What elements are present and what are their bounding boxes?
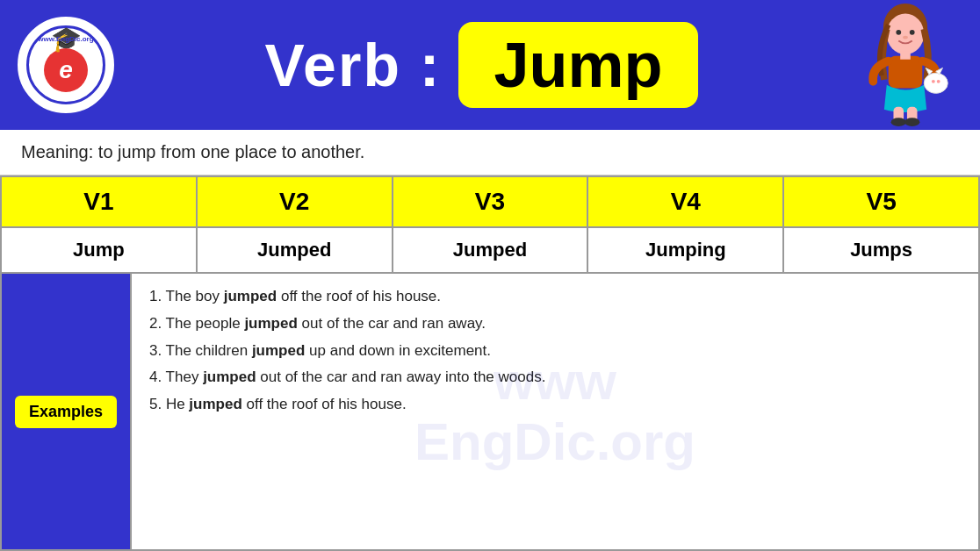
svg-rect-5 [889, 56, 923, 89]
watermark-text2: EngDic.org [414, 411, 695, 472]
col-v5: V5 [783, 176, 979, 227]
svg-point-15 [904, 118, 919, 126]
verb-table: V1 V2 V3 V4 V5 Jump Jumped Jumped Jumpin… [0, 175, 980, 274]
svg-point-1 [887, 14, 924, 54]
header: 🎓 www.EngDic.org e Verb : Jump [0, 0, 980, 130]
main-container: 🎓 www.EngDic.org e Verb : Jump [0, 0, 980, 551]
svg-point-3 [910, 30, 915, 35]
col-v1: V1 [1, 176, 197, 227]
svg-point-11 [937, 80, 940, 83]
svg-point-10 [932, 80, 935, 83]
logo: 🎓 www.EngDic.org e [18, 17, 114, 113]
col-v3: V3 [393, 176, 588, 227]
meaning-text: Meaning: to jump from one place to anoth… [21, 142, 364, 161]
jump-badge: Jump [458, 22, 697, 108]
logo-inner: 🎓 www.EngDic.org e [26, 25, 105, 104]
val-v2: Jumped [197, 227, 393, 273]
svg-point-4 [903, 36, 908, 39]
character-svg [853, 4, 958, 126]
jump-word: Jump [494, 29, 662, 101]
val-v5: Jumps [783, 227, 979, 273]
svg-point-14 [891, 118, 906, 126]
val-v3: Jumped [393, 227, 588, 273]
verb-label: Verb : [265, 31, 442, 99]
example-2: 2. The people jumped out of the car and … [149, 313, 961, 334]
example-1: 1. The boy jumped off the roof of his ho… [149, 286, 961, 307]
example-5: 5. He jumped off the roof of his house. [149, 394, 961, 415]
logo-top-text: www.EngDic.org [29, 35, 103, 43]
header-title: Verb : Jump [114, 22, 848, 108]
col-v2: V2 [197, 176, 393, 227]
example-3: 3. The children jumped up and down in ex… [149, 340, 961, 361]
table-header-row: V1 V2 V3 V4 V5 [1, 176, 979, 227]
col-v4: V4 [587, 176, 783, 227]
val-v1: Jump [1, 227, 197, 273]
svg-point-7 [924, 73, 948, 93]
meaning-section: Meaning: to jump from one place to anoth… [0, 130, 980, 175]
svg-rect-6 [900, 51, 911, 60]
examples-section: Examples www EngDic.org 1. The boy jumpe… [0, 274, 980, 551]
example-4: 4. They jumped out of the car and ran aw… [149, 367, 961, 388]
table-values-row: Jump Jumped Jumped Jumping Jumps [1, 227, 979, 273]
svg-point-2 [896, 30, 901, 35]
character-illustration [848, 4, 962, 126]
examples-content: www EngDic.org 1. The boy jumped off the… [132, 274, 978, 549]
val-v4: Jumping [587, 227, 783, 273]
logo-e-circle: e [44, 48, 88, 92]
logo-e-letter: e [59, 56, 73, 84]
examples-label: Examples [15, 396, 117, 428]
examples-label-cell: Examples [2, 274, 132, 549]
